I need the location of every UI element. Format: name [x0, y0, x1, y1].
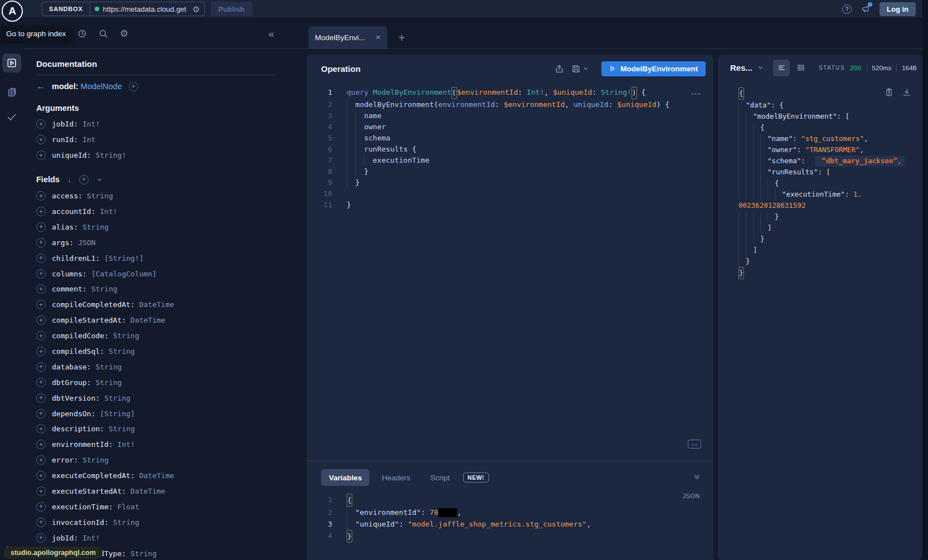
response-body[interactable]: {"data": {"modelByEnvironment": [{"name"… — [718, 81, 922, 560]
run-operation-button[interactable]: ModelByEnvironment — [601, 61, 706, 76]
sidebar-item-schema[interactable] — [7, 87, 17, 98]
variables-editor[interactable]: 1{2"environmentId": 78,3"uniqueId": "mod… — [307, 494, 713, 543]
sidebar-item-explorer[interactable] — [2, 53, 21, 72]
response-size: 164B — [902, 65, 917, 71]
doc-field-row[interactable]: +compiledCode:String — [36, 328, 276, 344]
operation-title: Operation — [321, 64, 361, 74]
endpoint-settings-gear-icon[interactable]: ⚙ — [192, 5, 200, 13]
documentation-divider — [36, 75, 276, 75]
tab-variables[interactable]: Variables — [321, 469, 370, 486]
fields-title: Fields — [36, 175, 60, 184]
share-icon[interactable] — [555, 64, 564, 74]
doc-model-type[interactable]: ModelNode — [81, 82, 122, 91]
doc-model-name: model: — [52, 82, 79, 91]
save-icon[interactable] — [571, 64, 589, 74]
doc-field-row[interactable]: +jobId:Int! — [36, 530, 276, 546]
save-chevron-icon — [583, 66, 589, 71]
status-separator — [896, 64, 897, 72]
doc-field-row[interactable]: +dbtGroup:String — [36, 374, 276, 390]
keyboard-shortcuts-icon[interactable]: ••• — [688, 440, 701, 449]
doc-field-row[interactable]: +compileCompletedAt:DateTime — [36, 297, 276, 313]
doc-field-row[interactable]: +comment:String — [36, 281, 276, 297]
collapse-panel-icon[interactable]: « — [268, 28, 274, 39]
response-status-group: STATUS 200 520ms 164B — [819, 64, 917, 72]
documentation-title: Documentation — [36, 59, 276, 69]
doc-field-row[interactable]: +childrenL1:[String!] — [36, 250, 276, 266]
doc-field-row[interactable]: +dbtVersion:String — [36, 390, 276, 406]
tab-headers[interactable]: Headers — [374, 469, 418, 486]
copy-response-icon[interactable] — [885, 87, 893, 97]
arguments-list: +jobId:Int!+runId:Int+uniqueId:String! — [36, 116, 276, 163]
response-title-dropdown[interactable]: Res... — [730, 63, 764, 72]
doc-field-row[interactable]: +uniqueId:String! — [36, 148, 276, 163]
doc-field-row[interactable]: +accountId:Int! — [36, 204, 276, 220]
back-arrow-icon[interactable]: ← — [36, 81, 45, 91]
publish-button[interactable]: Publish — [211, 2, 252, 16]
help-icon[interactable]: ? — [842, 4, 852, 14]
settings-gear-icon[interactable]: ⚙ — [120, 29, 128, 38]
sidebar-item-checks[interactable] — [6, 112, 17, 122]
json-view-toggle-icon[interactable] — [773, 60, 790, 76]
fields-header: Fields ↓ + — [36, 175, 276, 184]
operation-editor[interactable]: ••• 1query ModelByEnvironment($environme… — [307, 82, 713, 461]
close-tab-icon[interactable]: ✕ — [376, 34, 381, 41]
doc-field-row[interactable]: +executeStartedAt:DateTime — [36, 484, 276, 499]
tab-script[interactable]: Script — [422, 469, 458, 486]
login-button[interactable]: Log in — [880, 2, 916, 16]
operation-card: Operation ModelByEnvironment — [307, 55, 713, 560]
doc-field-row[interactable]: +args:JSON — [36, 235, 276, 250]
doc-field-row[interactable]: +columns:[CatalogColumn] — [36, 266, 276, 281]
history-icon[interactable] — [77, 29, 87, 38]
doc-field-row[interactable]: +executeCompletedAt:DateTime — [36, 468, 276, 484]
play-icon — [609, 65, 616, 72]
doc-field-row[interactable]: +invocationId:String — [36, 514, 276, 530]
table-view-toggle-icon[interactable] — [796, 64, 805, 72]
tab-label: ModelByEnvi... — [315, 33, 365, 42]
doc-field-row[interactable]: +access:String — [36, 188, 276, 204]
connection-status-dot — [95, 7, 99, 11]
main-body: •• ⚙ « Documentation ← model: — [0, 18, 922, 560]
announcements-icon[interactable] — [861, 4, 871, 13]
doc-field-row[interactable]: +description:String — [36, 421, 276, 437]
new-badge: NEW! — [463, 473, 489, 483]
doc-field-row[interactable]: +dependsOn:[String] — [36, 406, 276, 421]
editor-menu-icon[interactable]: ••• — [691, 90, 701, 97]
json-mode-label: JSON — [683, 493, 700, 499]
sort-descending-icon[interactable]: ↓ — [67, 175, 71, 184]
endpoint-url-box[interactable]: https://metadata.cloud.get ⚙ — [90, 2, 205, 16]
operation-code[interactable]: 1query ModelByEnvironment($environmentId… — [307, 87, 713, 211]
doc-field-row[interactable]: +runId:Int — [36, 132, 276, 148]
operation-actions: ModelByEnvironment — [555, 61, 706, 76]
browser-status-bar: studio.apollographql.com — [4, 547, 103, 559]
doc-field-row[interactable]: +jobId:Int! — [36, 116, 276, 132]
doc-field-row[interactable]: +compileStartedAt:DateTime — [36, 313, 276, 328]
doc-field-row[interactable]: +compiledSql:String — [36, 344, 276, 359]
response-actions — [885, 87, 911, 97]
doc-field-row[interactable]: +executionTime:Float — [36, 499, 276, 514]
top-bar-right: ? Log in — [842, 2, 922, 16]
response-time: 520ms — [872, 65, 892, 71]
response-title: Res... — [730, 63, 752, 72]
collapse-variables-icon[interactable] — [693, 473, 701, 481]
endpoint-url-input[interactable]: https://metadata.cloud.get — [103, 5, 189, 13]
arguments-title: Arguments — [36, 104, 276, 113]
doc-field-row[interactable]: +error:String — [36, 452, 276, 468]
doc-field-row[interactable]: +alias:String — [36, 219, 276, 235]
apollo-studio-window: A SANDBOX https://metadata.cloud.get ⚙ P… — [0, 0, 922, 560]
new-tab-button[interactable]: + — [399, 32, 405, 43]
add-model-icon[interactable]: + — [129, 82, 138, 91]
status-code: 200 — [850, 65, 862, 71]
doc-field-row[interactable]: +environmentId:Int! — [36, 437, 276, 452]
download-response-icon[interactable] — [902, 87, 911, 97]
chevron-down-icon[interactable] — [96, 177, 103, 183]
add-all-fields-icon[interactable]: + — [79, 175, 89, 184]
top-bar: A SANDBOX https://metadata.cloud.get ⚙ P… — [0, 0, 922, 18]
variables-tabs: Variables Headers Script NEW! — [307, 469, 713, 486]
apollo-logo[interactable]: A — [2, 1, 23, 22]
app-screen: A SANDBOX https://metadata.cloud.get ⚙ P… — [0, 0, 928, 560]
doc-field-row[interactable]: +database:String — [36, 359, 276, 374]
search-icon[interactable] — [99, 29, 108, 38]
response-json[interactable]: {"data": {"modelByEnvironment": [{"name"… — [738, 87, 918, 279]
documentation-content: Documentation ← model: ModelNode + Argum… — [23, 49, 290, 560]
tab-modelbyenvironment[interactable]: ModelByEnvi... ✕ — [308, 26, 387, 48]
